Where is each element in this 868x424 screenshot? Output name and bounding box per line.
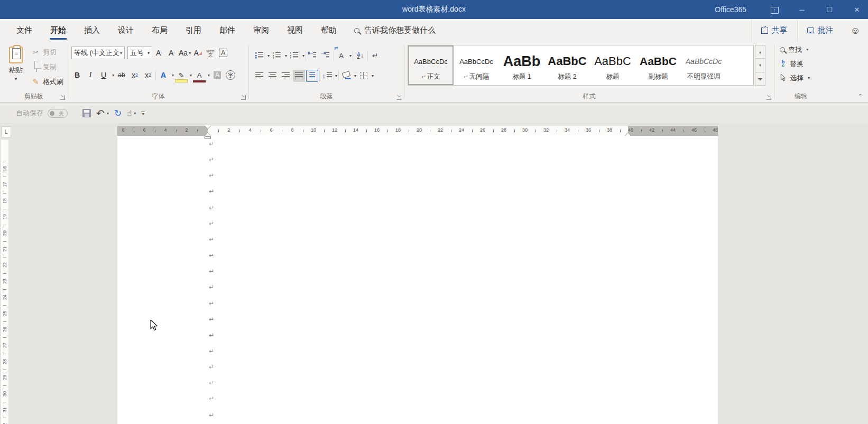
numbered-list-button[interactable]: [271, 50, 283, 62]
ribbon-tab-插入[interactable]: 插入: [75, 19, 109, 42]
enclose-characters-button[interactable]: 字: [225, 69, 236, 81]
font-size-combobox[interactable]: 五号 ▾: [127, 47, 152, 59]
first-line-indent-marker[interactable]: [205, 125, 211, 129]
ribbon-tab-文件[interactable]: 文件: [7, 19, 41, 42]
save-button[interactable]: [82, 109, 91, 117]
cut-button[interactable]: ✂ 剪切: [30, 46, 65, 59]
asian-layout-dropdown[interactable]: ▾: [349, 53, 352, 58]
replace-button[interactable]: bc 替换: [780, 57, 827, 70]
borders-dropdown[interactable]: ▾: [372, 73, 374, 78]
line-spacing-button[interactable]: ↕: [321, 70, 333, 82]
font-color-button[interactable]: A: [193, 69, 205, 81]
select-dropdown[interactable]: ▾: [808, 76, 810, 80]
paste-button[interactable]: 粘贴 ▾: [4, 47, 27, 81]
find-button[interactable]: 查找 ▾: [780, 43, 827, 56]
copy-button[interactable]: 复制: [30, 61, 65, 73]
format-painter-button[interactable]: ✎ 格式刷: [30, 76, 65, 88]
ribbon-tab-开始[interactable]: 开始: [41, 19, 75, 42]
tab-stop-selector[interactable]: L: [1, 126, 11, 137]
ribbon-display-options-button[interactable]: ↑: [768, 5, 781, 14]
font-color-dropdown[interactable]: ▾: [208, 73, 210, 78]
grow-font-button[interactable]: Aˆ: [153, 47, 165, 59]
touch-mode-button[interactable]: ☝: [127, 108, 132, 118]
decrease-indent-button[interactable]: [307, 50, 319, 62]
character-shading-button[interactable]: A: [211, 69, 223, 81]
undo-dropdown[interactable]: ▾: [107, 111, 109, 116]
autosave-toggle[interactable]: 关: [48, 109, 68, 118]
style-item-无间隔[interactable]: AaBbCcDc↵无间隔: [454, 45, 499, 85]
tell-me-search[interactable]: 告诉我你想要做什么: [354, 25, 436, 35]
shrink-font-button[interactable]: Aˇ: [166, 47, 178, 59]
close-button[interactable]: ✕: [850, 6, 864, 14]
ribbon-tab-引用[interactable]: 引用: [177, 19, 210, 42]
customize-qat-button[interactable]: ▼: [141, 112, 145, 115]
comments-button[interactable]: 批注: [797, 19, 843, 42]
text-effects-button[interactable]: A: [158, 69, 169, 81]
underline-button[interactable]: U: [98, 69, 109, 81]
italic-button[interactable]: I: [85, 69, 96, 81]
feedback-smiley-button[interactable]: ☺: [843, 25, 868, 36]
line-spacing-dropdown[interactable]: ▾: [335, 73, 337, 78]
collapse-ribbon-chevron[interactable]: ⌃: [858, 93, 863, 100]
style-item-正文[interactable]: AaBbCcDc↵正文: [408, 45, 454, 85]
hanging-indent-marker[interactable]: [205, 133, 211, 136]
bullet-list-dropdown[interactable]: ▾: [267, 53, 270, 58]
right-indent-marker[interactable]: [625, 133, 631, 136]
clipboard-dialog-launcher[interactable]: [60, 95, 65, 100]
ribbon-tab-帮助[interactable]: 帮助: [312, 19, 346, 42]
style-item-标题 2[interactable]: AaBbC标题 2: [544, 45, 590, 85]
touch-mode-dropdown[interactable]: ▾: [134, 111, 136, 116]
phonetic-guide-button[interactable]: wén文: [205, 47, 216, 59]
ribbon-tab-布局[interactable]: 布局: [143, 19, 177, 42]
show-hide-marks-button[interactable]: ↵: [369, 50, 381, 62]
sort-button[interactable]: AZ ↓: [354, 50, 366, 62]
styles-dialog-launcher[interactable]: [767, 95, 771, 100]
styles-scroll-down-button[interactable]: ▼: [755, 59, 765, 72]
redo-button[interactable]: ↻: [114, 108, 122, 119]
superscript-button[interactable]: x2: [142, 69, 154, 81]
highlight-dropdown[interactable]: ▾: [190, 73, 192, 78]
select-button[interactable]: 选择 ▾: [780, 71, 827, 85]
document-page[interactable]: ↵↵↵↵↵↵↵↵↵↵↵↵↵↵↵↵↵↵: [117, 136, 718, 424]
share-button[interactable]: 共享: [751, 19, 797, 42]
strikethrough-button[interactable]: ab: [116, 69, 127, 81]
ribbon-tab-视图[interactable]: 视图: [278, 19, 312, 42]
style-item-标题 1[interactable]: AaBb标题 1: [499, 45, 544, 85]
multilevel-list-dropdown[interactable]: ▾: [302, 53, 304, 58]
borders-button[interactable]: [357, 70, 370, 82]
paragraph-dialog-launcher[interactable]: [396, 95, 401, 100]
left-indent-marker[interactable]: [205, 136, 211, 139]
subscript-button[interactable]: x2: [129, 69, 141, 81]
style-item-不明显强调[interactable]: AaBbCcDc不明显强调: [681, 45, 726, 85]
ribbon-tab-审阅[interactable]: 审阅: [244, 19, 278, 42]
styles-scroll-up-button[interactable]: ▲: [755, 45, 765, 59]
align-center-button[interactable]: [266, 70, 279, 82]
align-right-button[interactable]: [280, 70, 292, 82]
justify-button[interactable]: [293, 70, 305, 82]
increase-indent-button[interactable]: [320, 50, 333, 62]
find-dropdown[interactable]: ▾: [806, 47, 808, 52]
bullet-list-button[interactable]: [253, 50, 265, 62]
underline-dropdown[interactable]: ▾: [112, 73, 114, 78]
undo-button[interactable]: ↶: [96, 107, 105, 119]
ribbon-tab-设计[interactable]: 设计: [109, 19, 143, 42]
font-name-combobox[interactable]: 等线 (中文正文 ▾: [71, 47, 125, 59]
text-effects-dropdown[interactable]: ▾: [172, 73, 174, 78]
highlight-color-button[interactable]: ✎: [176, 69, 187, 81]
ribbon-tab-邮件[interactable]: 邮件: [210, 19, 244, 42]
styles-more-button[interactable]: ▬▼: [755, 72, 765, 86]
paste-dropdown[interactable]: ▾: [4, 77, 27, 81]
style-item-标题[interactable]: AaBbC标题: [590, 45, 635, 85]
style-item-副标题[interactable]: AaBbC副标题: [635, 45, 681, 85]
bold-button[interactable]: B: [71, 69, 83, 81]
minimize-button[interactable]: ─: [795, 6, 809, 14]
distribute-button[interactable]: [306, 70, 318, 82]
align-left-button[interactable]: [253, 70, 265, 82]
clear-formatting-button[interactable]: A◢: [192, 47, 204, 59]
shading-button[interactable]: [340, 70, 352, 82]
multilevel-list-button[interactable]: [288, 50, 300, 62]
change-case-button[interactable]: Aa▾: [179, 47, 191, 59]
maximize-button[interactable]: ☐: [823, 6, 836, 14]
character-border-button[interactable]: A: [217, 47, 229, 59]
numbered-list-dropdown[interactable]: ▾: [285, 53, 287, 58]
